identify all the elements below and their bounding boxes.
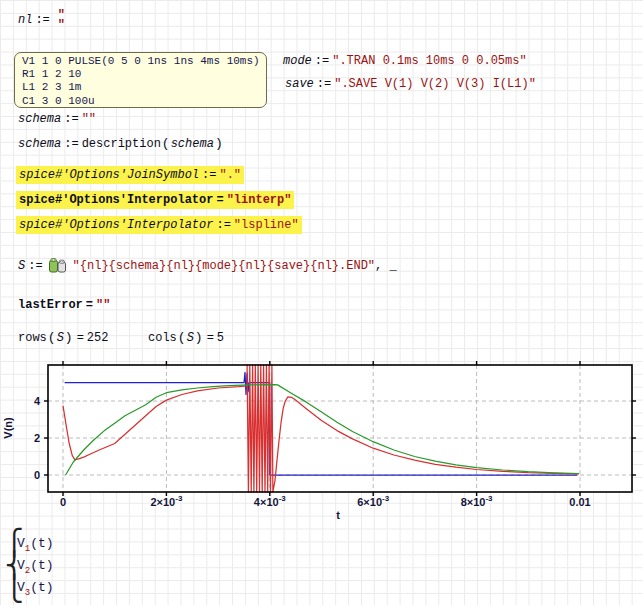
line-continuation: , _ xyxy=(375,259,397,273)
x-tick-label: 8×10-3 xyxy=(461,494,493,508)
x-tick-label: 0.01 xyxy=(569,496,590,508)
spice-netlist-icon xyxy=(48,256,68,277)
function-name: description xyxy=(82,137,161,151)
plot-svg[interactable]: 02×10-34×10-36×10-38×10-30.01024tV(n) xyxy=(0,356,643,531)
assign-operator: := xyxy=(25,259,45,273)
function-argument: schema xyxy=(171,137,214,151)
netlist-line: V1 1 0 PULSE(0 5 0 1ns 1ns 4ms 10ms) xyxy=(22,55,266,68)
y-tick-label: 0 xyxy=(34,469,40,481)
close-paren: ) xyxy=(64,330,74,345)
result-value: 5 xyxy=(217,331,224,345)
v3-expression: V3(t) xyxy=(17,580,54,598)
open-paren: ( xyxy=(177,330,187,345)
string-value: "lspline" xyxy=(234,218,299,232)
rows-eval-region[interactable]: rows(S)=252 xyxy=(18,330,108,345)
string-value: "linterp" xyxy=(227,193,292,207)
open-paren: ( xyxy=(47,330,57,345)
smath-worksheet: nl:="" V1 1 0 PULSE(0 5 0 1ns 1ns 4ms 10… xyxy=(0,0,643,605)
assign-operator: := xyxy=(61,137,81,151)
mode-definition-region[interactable]: mode:=".TRAN 0.1ms 10ms 0 0.05ms" xyxy=(283,54,527,68)
highlighted-expression: spice#'Options'JoinSymbol:="." xyxy=(16,166,244,184)
variable-name: save xyxy=(285,77,314,91)
netlist-line: L1 2 3 1m xyxy=(22,81,266,94)
string-value: ".TRAN 0.1ms 10ms 0 0.05ms" xyxy=(332,54,526,68)
v2-expression: V2(t) xyxy=(17,558,54,576)
function-name: rows xyxy=(18,331,47,345)
equals-operator: = xyxy=(74,331,87,345)
netlist-text-region[interactable]: V1 1 0 PULSE(0 5 0 1ns 1ns 4ms 10ms) R1 … xyxy=(14,52,267,108)
variable-name: lastError xyxy=(18,298,83,312)
equals-operator: = xyxy=(83,298,96,312)
function-argument: S xyxy=(187,331,194,345)
save-definition-region[interactable]: save:=".SAVE V(1) V(2) V(3) I(L1)" xyxy=(285,77,536,91)
result-value: 252 xyxy=(87,331,109,345)
x-axis-label: t xyxy=(336,509,340,521)
cols-eval-region[interactable]: cols(S)=5 xyxy=(148,330,224,345)
assign-operator: := xyxy=(312,54,332,68)
function-argument: S xyxy=(57,331,64,345)
x-tick-label: 2×10-3 xyxy=(150,494,182,508)
string-value: ".SAVE V(1) V(2) V(3) I(L1)" xyxy=(334,77,536,91)
v1-expression: V1(t) xyxy=(17,536,54,554)
netlist-line: C1 3 0 100u xyxy=(22,95,266,108)
variable-name: nl xyxy=(18,13,32,27)
option-joinsymbol-region[interactable]: spice#'Options'JoinSymbol:="." xyxy=(16,166,244,184)
y-tick-label: 2 xyxy=(34,432,40,444)
nl-definition-region[interactable]: nl:="" xyxy=(18,10,65,30)
option-interpolator-result-region[interactable]: spice#'Options'Interpolator="linterp" xyxy=(16,191,294,209)
equals-operator: = xyxy=(213,193,226,207)
variable-name: mode xyxy=(283,54,312,68)
lasterror-result-region[interactable]: lastError="" xyxy=(18,298,110,312)
schema-empty-definition-region[interactable]: schema:="" xyxy=(18,112,96,126)
y-tick-label: 4 xyxy=(34,395,41,407)
option-interpolator-definition-region[interactable]: spice#'Options'Interpolator:="lspline" xyxy=(16,216,302,234)
x-tick-label: 0 xyxy=(60,496,66,508)
equals-operator: = xyxy=(204,331,217,345)
function-name: cols xyxy=(148,331,177,345)
assign-operator: := xyxy=(199,168,219,182)
close-paren: ) xyxy=(194,330,204,345)
string-value: "." xyxy=(219,168,241,182)
highlighted-expression: spice#'Options'Interpolator:="lspline" xyxy=(16,216,302,234)
x-tick-label: 6×10-3 xyxy=(357,494,389,508)
netlist-line: R1 1 2 10 xyxy=(22,68,266,81)
assign-operator: := xyxy=(213,218,233,232)
open-paren: ( xyxy=(161,136,171,151)
string-value: "" xyxy=(82,112,96,126)
variable-name: schema xyxy=(18,137,61,151)
spice-run-definition-region[interactable]: S:="{nl}{schema}{nl}{mode}{nl}{save}{nl}… xyxy=(18,256,397,277)
highlighted-expression: spice#'Options'Interpolator="linterp" xyxy=(16,191,294,209)
y-axis-label: V(n) xyxy=(2,417,14,439)
schema-description-region[interactable]: schema:=description(schema) xyxy=(18,136,224,151)
assign-operator: := xyxy=(314,77,334,91)
variable-name: schema xyxy=(18,112,61,126)
assign-operator: := xyxy=(32,13,52,27)
string-template-value: "{nl}{schema}{nl}{mode}{nl}{save}{nl}.EN… xyxy=(73,259,375,273)
assign-operator: := xyxy=(61,112,81,126)
close-paren: ) xyxy=(214,136,224,151)
string-value: "" xyxy=(96,298,110,312)
multiline-string-quotes: "" xyxy=(58,10,65,30)
x-tick-label: 4×10-3 xyxy=(254,494,286,508)
